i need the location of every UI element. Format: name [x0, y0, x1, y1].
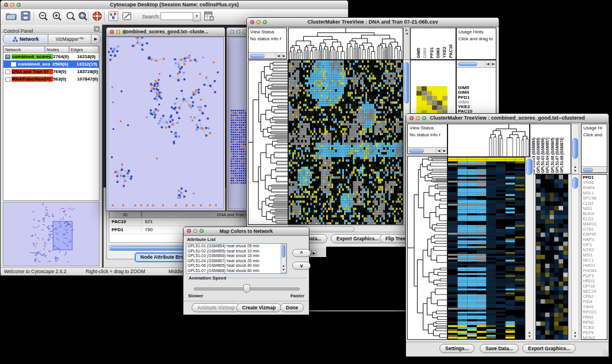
- attribute-list-item[interactable]: GPL51-02 (GSM855) heat shock 10 min: [186, 249, 286, 254]
- network-list-row[interactable]: DNA and Tran 07 769(0) 183728(0): [3, 68, 99, 75]
- column-header-id[interactable]: ID: [109, 211, 141, 218]
- tv2-export-graphics-button[interactable]: Export Graphics...: [522, 344, 576, 353]
- scroll-right-icon[interactable]: ▶: [281, 53, 286, 59]
- array-column-label: GPL51-07 (GSM868): [555, 137, 559, 173]
- zoom-out-button[interactable]: [37, 11, 49, 22]
- open-file-button[interactable]: [5, 11, 17, 22]
- done-button[interactable]: Done: [280, 303, 304, 312]
- tv2-vscrollbar[interactable]: ▲▼: [525, 157, 534, 340]
- close-button[interactable]: [230, 30, 234, 34]
- tv1-view-status-panel: View Status No status info f ◀ ▶: [248, 28, 287, 59]
- scroll-left-icon[interactable]: ◀: [436, 148, 442, 154]
- column-header-network[interactable]: Network: [3, 46, 45, 53]
- network-list-row[interactable]: combined_scores 2764(0) 16218(0): [3, 53, 99, 60]
- column-header-edges[interactable]: Edges: [69, 46, 99, 53]
- scroll-left-icon[interactable]: ◀: [276, 53, 281, 59]
- tv1-row-dendrogram[interactable]: [248, 60, 288, 225]
- network-a-canvas[interactable]: [108, 37, 224, 209]
- tv1-column-dendrogram[interactable]: [288, 28, 403, 60]
- scroll-thumb[interactable]: [409, 149, 424, 153]
- search-label: Search:: [142, 14, 160, 20]
- tv1-similarity-matrix[interactable]: [416, 86, 447, 115]
- tv2-column-dendrogram[interactable]: [447, 124, 530, 157]
- attribute-listbox[interactable]: GPL51-01 (GSM854) heat shock 05 minGPL51…: [186, 243, 287, 274]
- scroll-right-icon[interactable]: ▶: [441, 148, 447, 154]
- search-dropdown-button[interactable]: ▼: [193, 12, 201, 21]
- attribute-browser-button[interactable]: [203, 11, 215, 22]
- tv2-usage-scrollbar[interactable]: [582, 166, 607, 173]
- tv2-row-dendrogram[interactable]: [407, 156, 447, 340]
- tv2-save-data-button[interactable]: Save Data...: [480, 344, 519, 353]
- gene-label: KAP95: [582, 232, 607, 237]
- tv2-col-labels-panel: GPL51-01 (GSM854)GPL51-02 (GSM855)GPL51-…: [530, 124, 571, 174]
- annotation-button[interactable]: [121, 11, 133, 22]
- main-titlebar[interactable]: Cytoscape Desktop (Session Name: collins…: [1, 1, 348, 10]
- attribute-list-item[interactable]: GPL51-06 (GSM865) heat shock 40 min: [186, 263, 286, 269]
- zoom-fit-button[interactable]: [77, 11, 89, 22]
- scroll-arrows[interactable]: ▲▼: [281, 264, 286, 272]
- column-header-nodes[interactable]: Nodes: [45, 46, 69, 53]
- gene-label: MSI1: [582, 252, 607, 258]
- attribute-list-item[interactable]: GPL51-01 (GSM854) heat shock 05 min: [186, 244, 286, 249]
- move-down-button[interactable]: v: [292, 262, 311, 270]
- scroll-thumb[interactable]: [250, 54, 265, 58]
- tv2-heatmap[interactable]: [447, 157, 525, 340]
- scroll-thumb[interactable]: [583, 168, 593, 172]
- scroll-arrows[interactable]: ▲▼: [572, 165, 579, 173]
- value-cell: 621: [141, 219, 152, 224]
- treeview2-titlebar[interactable]: ClusterMaker TreeView : combined_scores_…: [406, 114, 609, 123]
- vscroll-thumb[interactable]: [572, 138, 578, 159]
- attribute-list-item[interactable]: GPL51-03 (GSM856) heat shock 15 min: [186, 254, 286, 259]
- move-up-button[interactable]: ^: [292, 249, 311, 257]
- scroll-right-icon[interactable]: ▶: [490, 62, 496, 67]
- animate-vizmap-button[interactable]: Animate Vizmap: [192, 303, 241, 312]
- vscroll-thumb[interactable]: [526, 159, 533, 175]
- search-input[interactable]: [160, 12, 194, 20]
- animation-speed-label: Animation Speed: [187, 275, 228, 281]
- attribute-list-item[interactable]: GPL51-04 (GSM857) heat shock 20 min: [186, 259, 286, 264]
- resize-grip[interactable]: [602, 350, 608, 356]
- scroll-right-icon[interactable]: ▶: [312, 250, 317, 255]
- network-type-icon: [5, 70, 10, 74]
- vscroll-thumb[interactable]: [404, 62, 409, 104]
- help-button[interactable]: [91, 11, 103, 22]
- vizmapper-shortcut-button[interactable]: [108, 11, 119, 22]
- tv2-settings-button[interactable]: Settings...: [439, 344, 475, 353]
- scroll-arrows[interactable]: ▲▼: [572, 331, 579, 339]
- tv2-zoom-scrollbar[interactable]: ▲▼: [571, 174, 579, 340]
- vscroll-thumb[interactable]: [572, 177, 578, 189]
- tv1-heatmap[interactable]: [288, 60, 403, 225]
- tab-vizmapper[interactable]: VizMapper™: [48, 35, 91, 44]
- minimize-button[interactable]: [236, 30, 240, 34]
- create-vizmap-button[interactable]: Create Vizmap: [236, 303, 281, 312]
- map-dialog-titlebar[interactable]: Map Colors to Network: [183, 227, 309, 236]
- tab-overflow-button[interactable]: ▶: [91, 35, 100, 44]
- network-list-row[interactable]: combined_sco 2569(6) 13112(15): [3, 60, 99, 68]
- tv2-zoom-heatmap[interactable]: [536, 174, 568, 340]
- tv1-export-graphics-button[interactable]: Export Graphics...: [331, 234, 384, 243]
- float-panel-icon[interactable]: [94, 26, 100, 32]
- treeview1-titlebar[interactable]: ClusterMaker TreeView : DNA and Tran 07-…: [247, 18, 499, 27]
- button-label: Create Vizmap: [242, 305, 276, 311]
- birdseye-network-thumbnail: [3, 202, 99, 266]
- zoom-selected-button[interactable]: [65, 11, 76, 22]
- save-session-button[interactable]: [20, 11, 31, 22]
- tv1-status-scrollbar[interactable]: ◀ ▶: [248, 52, 286, 59]
- birdseye-view[interactable]: [3, 202, 100, 266]
- tab-network[interactable]: Network: [3, 35, 48, 44]
- status-hint-zoom: Right-click + drag to ZOOM: [86, 269, 145, 274]
- tv2-status-scrollbar[interactable]: ◀ ▶: [408, 147, 447, 154]
- network-a-titlebar[interactable]: combined_scores_good.txt--cluste...: [106, 28, 225, 37]
- tv2-col-labels-scrollbar[interactable]: ▲▼: [571, 124, 579, 174]
- gene-label: YSH1: [582, 304, 607, 309]
- network-list-row[interactable]: RNAPuberNov2+| 563(0) 107847(0): [3, 75, 99, 83]
- attribute-list-scrollbar[interactable]: ▲▼: [281, 244, 286, 273]
- scroll-arrows[interactable]: ▲▼: [526, 331, 533, 339]
- speed-slider-thumb[interactable]: [243, 284, 250, 293]
- attribute-list-item[interactable]: GPL51-07 (GSM868) heat shock 60 min: [186, 269, 286, 274]
- zoom-in-button[interactable]: [51, 11, 63, 22]
- vscroll-thumb[interactable]: [282, 245, 285, 258]
- scroll-left-icon[interactable]: ◀: [485, 62, 491, 67]
- scroll-thumb[interactable]: [458, 62, 477, 66]
- tv1-matrix-scrollbar[interactable]: ◀ ▶: [457, 60, 496, 68]
